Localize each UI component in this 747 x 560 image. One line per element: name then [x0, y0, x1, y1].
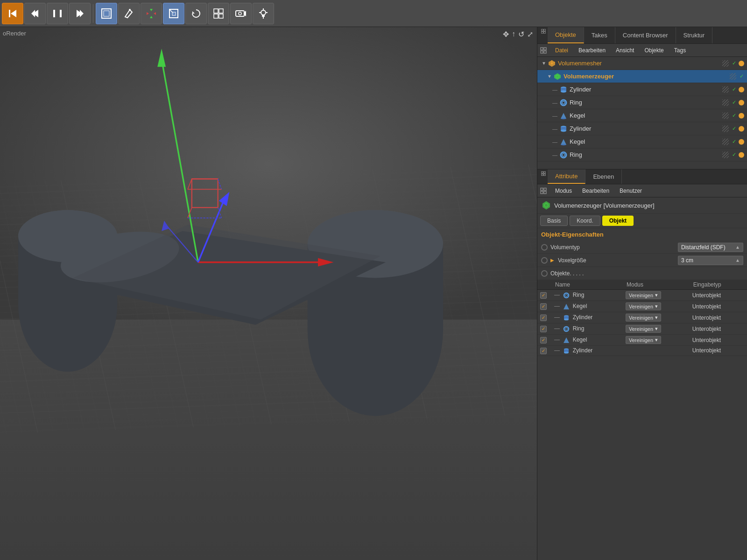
mode-btn-kegel-2[interactable]: Vereinigen▾: [626, 336, 661, 344]
svg-point-26: [261, 10, 266, 15]
attr-row-objekte: Objekte. . . . .: [537, 267, 747, 280]
th-eingabetyp: Eingabetyp: [690, 280, 747, 290]
radio-volumentyp[interactable]: [541, 244, 548, 251]
obj-check-volumenmesher[interactable]: ✓: [730, 60, 738, 67]
menu-objekte[interactable]: Objekte: [640, 46, 668, 55]
expand-volumenmesher[interactable]: ▼: [541, 61, 547, 66]
obj-stripe-volumenerzeuger: [729, 73, 737, 80]
toolbar-btn-play-next[interactable]: [69, 3, 91, 24]
toolbar-btn-scale[interactable]: [163, 3, 184, 24]
attr-grid-icon: [537, 169, 546, 178]
check-ring-2[interactable]: ✓: [540, 326, 547, 332]
svg-point-93: [562, 154, 565, 156]
tab-objekte[interactable]: Objekte: [548, 27, 584, 43]
toolbar-btn-play-back[interactable]: [2, 3, 23, 24]
toolbar-btn-camera[interactable]: [230, 3, 252, 24]
svg-rect-71: [722, 60, 729, 67]
svg-marker-82: [561, 113, 566, 119]
attr-obj-name: Volumenerzeuger [Volumenerzeuger]: [554, 202, 655, 209]
arrow-volumentyp: ▲: [735, 245, 740, 250]
menu-ansicht[interactable]: Ansicht: [611, 46, 639, 55]
attr-menu-bearbeiten[interactable]: Bearbeiten: [578, 187, 614, 195]
svg-rect-74: [730, 73, 736, 80]
mode-btn-ring-2[interactable]: Vereinigen▾: [626, 325, 661, 333]
toolbar-btn-grid[interactable]: [208, 3, 229, 24]
tab-struktur[interactable]: Struktur: [676, 27, 713, 43]
toolbar-sep-1: [93, 4, 93, 23]
icon-ring-1: [559, 98, 568, 107]
svg-rect-84: [722, 112, 729, 119]
scene-canvas: [0, 27, 537, 560]
radio-objekte[interactable]: [541, 270, 548, 277]
obj-check-volumenerzeuger[interactable]: ✓: [738, 73, 745, 80]
sub-tab-objekt[interactable]: Objekt: [602, 216, 634, 226]
mode-btn-kegel-1[interactable]: Vereinigen▾: [626, 302, 661, 310]
tab-takes[interactable]: Takes: [584, 27, 615, 43]
tab-content-browser[interactable]: Content Browser: [615, 27, 676, 43]
value-volumentyp[interactable]: Distanzfeld (SDF) ▲: [678, 243, 743, 252]
sub-tab-koord[interactable]: Koord.: [570, 216, 600, 226]
attr-menu-benutzer[interactable]: Benutzer: [615, 187, 647, 195]
toolbar-btn-rotate[interactable]: [185, 3, 207, 24]
radio-voxelgroesse[interactable]: [541, 257, 548, 264]
attr-objects-table-container: Name Modus Eingabetyp ✓: [537, 280, 747, 356]
toolbar-btn-play-prev[interactable]: [24, 3, 46, 24]
check-ring-1[interactable]: ✓: [540, 292, 547, 299]
obj-row-zylinder-2[interactable]: — Zylinder ✓: [537, 122, 747, 135]
obj-row-ring-2[interactable]: — Ring ✓: [537, 148, 747, 161]
table-row-kegel-2: ✓ — Kegel Vereinige: [537, 335, 747, 346]
value-voxelgroesse[interactable]: 3 cm ▲: [678, 256, 743, 265]
obj-row-volumenerzeuger[interactable]: ▼ Volumenerzeuger ✓: [537, 70, 747, 83]
check-kegel-1[interactable]: ✓: [540, 303, 547, 310]
obj-row-kegel-1[interactable]: — Kegel ✓: [537, 109, 747, 122]
obj-menubar: Datei Bearbeiten Ansicht Objekte Tags: [537, 44, 747, 57]
mode-btn-ring-1[interactable]: Vereinigen▾: [626, 291, 661, 299]
obj-name-zylinder-1: Zylinder: [570, 86, 722, 93]
tab-attribute[interactable]: Attribute: [548, 169, 585, 184]
type-ring-1: Unterobjekt: [690, 290, 747, 301]
svg-point-25: [239, 12, 241, 15]
svg-rect-88: [722, 126, 729, 132]
viewport-refresh-icon[interactable]: ↺: [518, 30, 524, 39]
obj-row-volumenmesher[interactable]: ▼ Volumenmesher ✓: [537, 57, 747, 70]
menu-tags[interactable]: Tags: [669, 46, 691, 55]
svg-rect-69: [544, 51, 546, 53]
svg-rect-68: [541, 51, 543, 53]
mode-btn-zylinder-1[interactable]: Vereinigen▾: [626, 314, 661, 322]
svg-point-105: [565, 294, 568, 296]
toolbar-btn-perspective[interactable]: [96, 3, 117, 24]
sub-tab-basis[interactable]: Basis: [540, 216, 568, 226]
viewport-controls: ✥ ↑ ↺ ⤢: [503, 30, 533, 39]
svg-rect-0: [9, 10, 10, 17]
label-objekte: Objekte. . . . .: [550, 270, 584, 277]
toolbar-btn-light[interactable]: [253, 3, 274, 24]
svg-point-87: [561, 129, 566, 132]
toolbar-btn-move[interactable]: [141, 3, 162, 24]
check-zylinder-1[interactable]: ✓: [540, 315, 547, 321]
tab-ebenen[interactable]: Ebenen: [585, 169, 622, 184]
check-kegel-2[interactable]: ✓: [540, 337, 547, 343]
svg-rect-63: [544, 29, 546, 31]
obj-row-zylinder-1[interactable]: — Zylinder ✓: [537, 83, 747, 96]
obj-row-ring-1[interactable]: — Ring ✓: [537, 96, 747, 109]
icon-ring-2: [559, 151, 568, 159]
icon-kegel-1: [559, 112, 568, 120]
toolbar-btn-edit[interactable]: [118, 3, 140, 24]
svg-point-77: [561, 90, 566, 92]
toolbar-btn-record[interactable]: [47, 3, 68, 24]
menu-bearbeiten[interactable]: Bearbeiten: [574, 46, 610, 55]
type-kegel-1: Unterobjekt: [690, 301, 747, 312]
expand-volumenerzeuger[interactable]: ▼: [547, 74, 552, 79]
viewport[interactable]: oRender ✥ ↑ ↺ ⤢: [0, 27, 537, 560]
obj-row-kegel-2[interactable]: — Kegel ✓: [537, 135, 747, 148]
menu-datei[interactable]: Datei: [550, 46, 573, 55]
viewport-fullscreen-icon[interactable]: ⤢: [527, 30, 533, 39]
check-zylinder-2[interactable]: ✓: [540, 348, 547, 354]
viewport-up-icon[interactable]: ↑: [512, 30, 515, 39]
viewport-move-icon[interactable]: ✥: [503, 30, 509, 39]
th-modus: Modus: [623, 280, 690, 290]
arrow-voxelgroesse[interactable]: ▶: [550, 258, 554, 263]
obj-grid-icon: [539, 46, 548, 55]
svg-rect-21: [214, 14, 218, 18]
attr-menu-modus[interactable]: Modus: [550, 187, 577, 195]
